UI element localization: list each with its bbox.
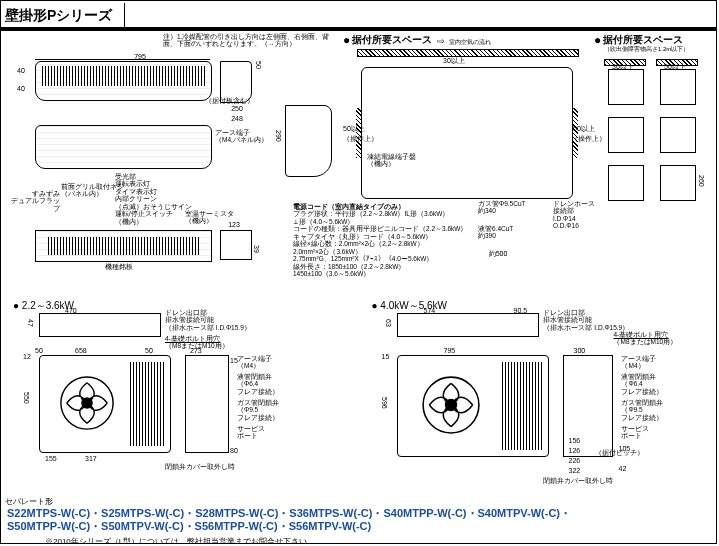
- l-cover: 閉鎖弁カバー取外し時: [543, 477, 613, 484]
- l-d105: 105: [618, 445, 630, 452]
- earth-terminal: アース端子（M4,パネル内）: [215, 129, 268, 144]
- bottom-side: [220, 230, 252, 260]
- s-valve-gas: ガス管閉鎖弁（Φ9.5フレア接続）: [237, 399, 279, 421]
- page: 壁掛形Pシリーズ 注）1.冷媒配管の引き出し方向は左側面、右側面、背面、下面のい…: [0, 0, 717, 544]
- large-front-view: [397, 355, 549, 457]
- airflow-label: 室内空気の流れ: [449, 39, 491, 45]
- arrow-icon: ⇨: [437, 36, 445, 46]
- s-w317: 317: [85, 455, 97, 462]
- title-bar: 壁掛形Pシリーズ: [1, 1, 716, 31]
- s-drain-caption: ドレン出口部 排水管接続可能 （排水ホース部 I.D.Φ15.9）: [165, 309, 251, 331]
- drain-hose: ドレンホース 接続部 I.D.Φ14 O.D.Φ16: [553, 200, 595, 230]
- freeze-terminal: 凍結電線端子盤（機内）: [367, 153, 416, 168]
- install-space-header: ● 据付所要スペース: [343, 33, 432, 47]
- liq-pipe: 液管6.4CuT約390: [478, 225, 513, 240]
- cord-spec: 電源コード（室内直結タイプのみ） プラグ形状：平行形（2.2～2.8kW）IL形…: [293, 203, 473, 278]
- dim-250: 250: [217, 105, 257, 112]
- install-rear-panel: [361, 67, 573, 199]
- outdoor-unit-area: ● 2.2～3.6kW 470 47 ドレン出口部 排水管接続可能 （排水ホース…: [5, 297, 712, 497]
- outdoor-space-e: [608, 165, 644, 201]
- dim-39: 39: [253, 245, 260, 253]
- l-w795: 795: [443, 347, 455, 354]
- l-d156: 156: [568, 437, 580, 444]
- models-line-1: S22MTPS-W(-C)・S25MTPS-W(-C)・S28MTPS-W(-C…: [7, 507, 712, 521]
- l-h63: 63: [385, 319, 392, 327]
- place-sub: （吹出側障害物高さ1.2m以下）: [604, 46, 689, 53]
- indoor-bottom-view: [35, 230, 212, 262]
- place-space-header: ● 据付所要スペース: [594, 33, 683, 47]
- large-top-view: [397, 313, 539, 337]
- dim-h50: 50: [255, 61, 262, 69]
- l-d300: 300: [573, 347, 585, 354]
- s-service: サービスポート: [237, 425, 265, 440]
- l-valve-liq: 液管閉鎖弁（Φ6.4フレア接続）: [621, 373, 663, 395]
- outdoor-space-b: [660, 69, 696, 105]
- l-w226: 226: [568, 457, 580, 464]
- grille-screw: 前面グリル取付ネジ（パネル内）: [61, 183, 131, 198]
- s-w155: 155: [45, 455, 57, 462]
- l-earth: アース端子（M4）: [621, 355, 656, 370]
- dim-50l: 50以上: [343, 125, 365, 132]
- s-valve-liq: 液管閉鎖弁（Φ6.4フレア接続）: [237, 373, 279, 395]
- indoor-front-detail: [35, 125, 212, 169]
- s-earth: アース端子（M4）: [237, 355, 272, 370]
- l-h596: 596: [381, 397, 388, 409]
- bullet-icon-2: ●: [594, 33, 601, 47]
- s-w658: 658: [75, 347, 87, 354]
- small-front-view: [39, 355, 171, 453]
- s-d50b: 50: [145, 347, 153, 354]
- fan-icon-2: [420, 374, 482, 436]
- indoor-side-large: [285, 105, 332, 177]
- dim-30-top: 30以上: [443, 57, 465, 64]
- l-w574: 574: [423, 307, 435, 314]
- bullet-icon: ●: [343, 33, 350, 47]
- dim-123: 123: [220, 221, 248, 228]
- outdoor-space-d: [660, 117, 696, 153]
- bottom-note: ※2010年シリーズ（L型）については、弊社担当営業までお問合せ下さい。: [45, 536, 712, 544]
- dim-250-note: （据付板含む）: [205, 97, 254, 104]
- l-h15: 15: [381, 353, 389, 360]
- series-title: 壁掛形Pシリーズ: [1, 3, 125, 27]
- dim-h40b: 40: [17, 85, 25, 92]
- s-cover: 閉鎖弁カバー取外し時: [165, 463, 235, 470]
- l-w126: 126: [568, 447, 580, 454]
- outdoor-space-c: [608, 117, 644, 153]
- piping-note: 注）1.冷媒配管の引き出し方向は左側面、右側面、背面、下面のいずれとなります。（…: [163, 33, 338, 48]
- l-bolt: 4-基礎ボルト用穴（M8またはM10用）: [613, 331, 677, 346]
- dim-248: 248: [217, 115, 257, 122]
- fan-icon: [58, 374, 116, 432]
- s-w470: 470: [65, 307, 77, 314]
- s-d50a: 50: [35, 347, 43, 354]
- op-l: （操作上）: [343, 135, 378, 142]
- dim-h290: 290: [275, 130, 282, 142]
- r30: 30以上: [612, 63, 634, 70]
- l-h42: 42: [618, 465, 626, 472]
- l-valve-gas: ガス管閉鎖弁（Φ9.5フレア接続）: [621, 399, 663, 421]
- l-w322: 322: [568, 467, 580, 474]
- dual-flap: すみずみデュアルフラップ: [5, 190, 60, 212]
- s-h12: 12: [23, 353, 31, 360]
- outdoor-space-f: [660, 165, 696, 201]
- s-h47: 47: [27, 319, 34, 327]
- indoor-unit-area: 注）1.冷媒配管の引き出し方向は左側面、右側面、背面、下面のいずれとなります。（…: [5, 35, 712, 295]
- small-side-view: [185, 355, 229, 453]
- r50: 50以上: [664, 63, 686, 70]
- indoor-front-view: [35, 61, 212, 101]
- r260: 260: [698, 175, 705, 187]
- l-drain-caption: ドレン出口部 排水管接続可能 （排水ホース部 I.D.Φ15.9）: [543, 309, 629, 331]
- model-list-area: セパレート形 S22MTPS-W(-C)・S25MTPS-W(-C)・S28MT…: [5, 496, 712, 545]
- l-service: サービスポート: [621, 425, 649, 440]
- nameplate: 機種銘板: [105, 263, 133, 270]
- gas-pipe: ガス管Φ9.5CuT約340: [478, 200, 526, 215]
- models-line-2: S50MTPP-W(-C)・S50MTPV-W(-C)・S56MTPP-W(-C…: [7, 520, 712, 534]
- s-d273: 273: [190, 347, 202, 354]
- outdoor-space-a: [608, 69, 644, 105]
- small-top-view: [39, 313, 161, 337]
- l-w905: 90.5: [513, 307, 527, 314]
- s-h550: 550: [23, 392, 30, 404]
- s-d80: 80: [230, 447, 238, 454]
- separator-label: セパレート形: [5, 496, 712, 507]
- dim-50r: 50以上: [573, 125, 595, 132]
- dim-500: 約500: [463, 250, 533, 257]
- dim-h40a: 40: [17, 67, 25, 74]
